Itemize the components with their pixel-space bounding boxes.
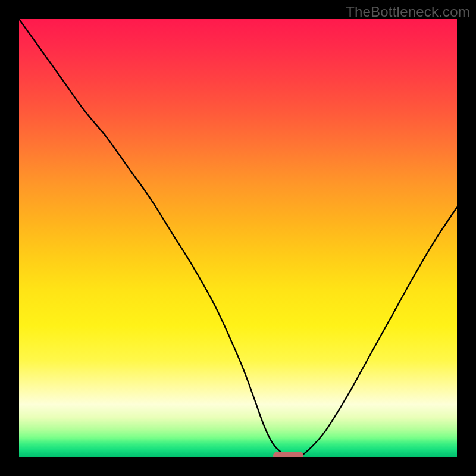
chart-frame: TheBottleneck.com bbox=[0, 0, 476, 476]
plot-area bbox=[19, 19, 457, 457]
watermark-text: TheBottleneck.com bbox=[346, 4, 470, 20]
optimal-marker bbox=[273, 452, 304, 457]
bottleneck-curve bbox=[19, 19, 457, 457]
